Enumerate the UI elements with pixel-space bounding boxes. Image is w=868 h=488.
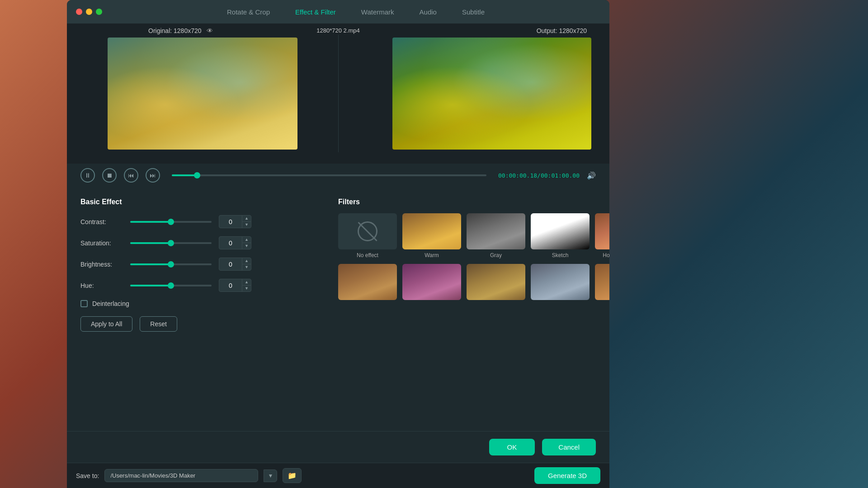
prev-button[interactable]: ⏮	[124, 168, 138, 183]
original-video-preview	[108, 38, 297, 150]
pause-button[interactable]: ⏸	[80, 168, 95, 183]
brightness-thumb[interactable]	[168, 261, 174, 267]
filter-no-effect[interactable]: No effect	[338, 213, 397, 258]
contrast-arrows: ▲ ▼	[242, 216, 251, 228]
filter-row2-2[interactable]	[402, 264, 461, 303]
brightness-row: Brightness: 0 ▲ ▼	[80, 258, 316, 271]
filter-row2-3[interactable]	[467, 264, 525, 303]
tab-watermark[interactable]: Watermark	[358, 6, 398, 18]
brightness-fill	[130, 263, 171, 265]
generate-3d-button[interactable]: Generate 3D	[534, 467, 600, 484]
filter-gray[interactable]: Gray	[467, 213, 525, 258]
main-content: Basic Effect Contrast: 0 ▲ ▼ Satu	[67, 187, 609, 431]
ok-button[interactable]: OK	[489, 439, 535, 455]
app-window: Rotate & Crop Effect & Filter Watermark …	[67, 0, 609, 488]
filter-thumb-row2-1	[338, 264, 397, 300]
nav-tabs: Rotate & Crop Effect & Filter Watermark …	[111, 6, 600, 18]
footer-bar: Save to: ▼ 📁 Generate 3D	[67, 463, 609, 488]
contrast-up[interactable]: ▲	[242, 216, 251, 222]
title-bar: Rotate & Crop Effect & Filter Watermark …	[67, 0, 609, 23]
close-button[interactable]	[76, 9, 82, 15]
filter-thumb-row2-2	[402, 264, 461, 300]
hue-row: Hue: 0 ▲ ▼	[80, 279, 316, 292]
contrast-slider[interactable]	[130, 221, 212, 223]
contrast-label: Contrast:	[80, 218, 130, 225]
saturation-down[interactable]: ▼	[242, 243, 251, 249]
save-to-label: Save to:	[76, 472, 99, 479]
filter-sketch[interactable]: Sketch	[531, 213, 590, 258]
filter-thumb-no-effect	[338, 213, 397, 249]
video-area: Original: 1280x720 👁 1280*720 2.mp4 Outp…	[67, 23, 609, 164]
saturation-fill	[130, 242, 171, 244]
hue-down[interactable]: ▼	[242, 286, 251, 291]
deinterlacing-row: Deinterlacing	[80, 300, 316, 307]
filter-label-sketch: Sketch	[552, 252, 569, 258]
basic-effect-title: Basic Effect	[80, 198, 316, 206]
deinterlacing-label: Deinterlacing	[92, 300, 129, 307]
original-label: Original: 1280x720 👁	[148, 27, 213, 34]
hue-slider[interactable]	[130, 285, 212, 286]
tab-rotate-crop[interactable]: Rotate & Crop	[223, 6, 274, 18]
tab-audio[interactable]: Audio	[416, 6, 440, 18]
filter-thumb-sketch	[531, 213, 590, 249]
saturation-row: Saturation: 0 ▲ ▼	[80, 236, 316, 249]
saturation-label: Saturation:	[80, 239, 130, 247]
contrast-spinner[interactable]: 0 ▲ ▼	[219, 215, 251, 228]
reset-button[interactable]: Reset	[140, 316, 177, 332]
saturation-spinner[interactable]: 0 ▲ ▼	[219, 236, 251, 249]
filter-warm[interactable]: Warm	[402, 213, 461, 258]
progress-thumb[interactable]	[194, 172, 200, 178]
stop-button[interactable]: ⏹	[102, 168, 117, 183]
saturation-up[interactable]: ▲	[242, 237, 251, 243]
progress-fill	[172, 174, 197, 176]
brightness-spinner[interactable]: 0 ▲ ▼	[219, 258, 251, 271]
divider	[338, 35, 339, 152]
volume-icon[interactable]: 🔊	[587, 171, 596, 180]
filter-row2-1[interactable]	[338, 264, 397, 303]
brightness-slider[interactable]	[130, 263, 212, 265]
center-label: 1280*720 2.mp4	[316, 27, 359, 34]
contrast-thumb[interactable]	[168, 219, 174, 225]
path-dropdown-button[interactable]: ▼	[264, 469, 277, 482]
tab-effect-filter[interactable]: Effect & Filter	[292, 6, 340, 18]
saturation-value: 0	[219, 238, 242, 249]
time-display: 00:00:00.18/00:01:00.00	[498, 172, 580, 179]
contrast-down[interactable]: ▼	[242, 222, 251, 228]
hue-arrows: ▲ ▼	[242, 279, 251, 291]
brightness-value: 0	[219, 259, 242, 270]
hue-up[interactable]: ▲	[242, 279, 251, 286]
contrast-row: Contrast: 0 ▲ ▼	[80, 215, 316, 228]
next-button[interactable]: ⏭	[146, 168, 160, 183]
path-input[interactable]	[104, 469, 258, 482]
cancel-button[interactable]: Cancel	[542, 439, 596, 455]
filters-row2	[338, 264, 600, 303]
brightness-down[interactable]: ▼	[242, 264, 251, 270]
contrast-fill	[130, 221, 171, 223]
filters-row1: No effect Warm Gray Sketch Hong Kong Mov	[338, 213, 600, 258]
saturation-slider[interactable]	[130, 242, 212, 244]
hue-spinner[interactable]: 0 ▲ ▼	[219, 279, 251, 292]
saturation-arrows: ▲ ▼	[242, 237, 251, 249]
filter-thumb-hk-movie	[595, 213, 609, 249]
minimize-button[interactable]	[86, 9, 92, 15]
saturation-thumb[interactable]	[168, 240, 174, 246]
output-video-preview	[392, 38, 591, 150]
filter-thumb-row2-4	[531, 264, 590, 300]
filter-row2-4[interactable]	[531, 264, 590, 303]
tab-subtitle[interactable]: Subtitle	[458, 6, 488, 18]
filter-hk-movie[interactable]: Hong Kong Movie	[595, 213, 609, 258]
deinterlacing-checkbox[interactable]	[80, 300, 88, 307]
eye-icon[interactable]: 👁	[207, 27, 213, 34]
filter-thumb-row2-5	[595, 264, 609, 300]
apply-to-all-button[interactable]: Apply to All	[80, 316, 132, 332]
brightness-label: Brightness:	[80, 261, 130, 268]
maximize-button[interactable]	[96, 9, 102, 15]
folder-button[interactable]: 📁	[283, 468, 302, 483]
filter-label-warm: Warm	[425, 252, 439, 258]
filter-row2-5[interactable]	[595, 264, 609, 303]
brightness-up[interactable]: ▲	[242, 258, 251, 264]
bottom-bar: OK Cancel	[67, 431, 609, 463]
hue-thumb[interactable]	[168, 282, 174, 289]
filter-label-gray: Gray	[490, 252, 502, 258]
progress-bar[interactable]	[172, 174, 486, 176]
